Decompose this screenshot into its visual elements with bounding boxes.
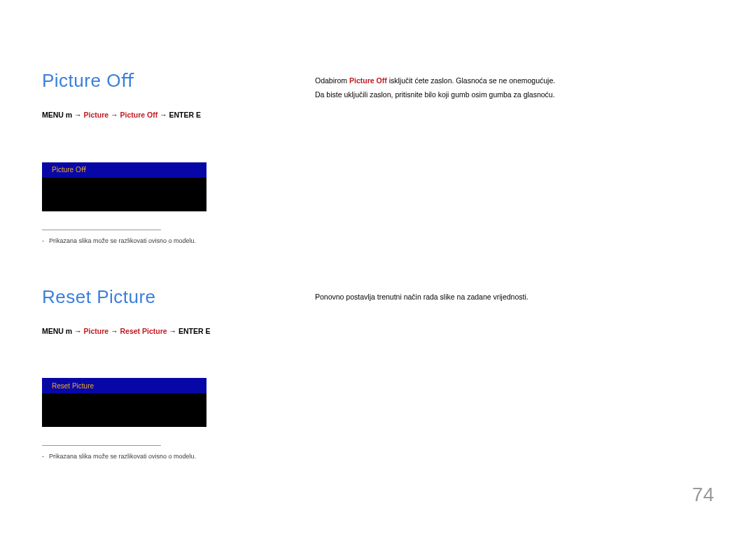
description-line-1: Odabirom Picture Off isključit ćete zasl…: [315, 74, 714, 88]
desc-red: Picture Off: [349, 76, 387, 85]
path-arrow: →: [160, 111, 167, 119]
path-menu-sym: m: [66, 327, 72, 335]
footnote-divider: [42, 445, 161, 446]
footnote-picture-off: Prikazana slika može se razlikovati ovis…: [42, 237, 252, 244]
path-menu-label: MENU: [42, 111, 64, 119]
footnote-divider: [42, 230, 161, 230]
description-reset: Ponovno postavlja trenutni način rada sl…: [315, 290, 714, 304]
path-picture: Picture: [84, 111, 109, 119]
path-arrow: →: [111, 327, 118, 335]
description-line-2: Da biste uključili zaslon, pritisnite bi…: [315, 88, 714, 102]
path-menu-sym: m: [66, 111, 72, 119]
path-enter-label: ENTER: [178, 327, 204, 335]
section-right: Ponovno postavlja trenutni način rada sl…: [315, 286, 714, 461]
path-item: Reset Picture: [120, 327, 167, 335]
path-enter-label: ENTER: [169, 111, 195, 119]
desc-text: isključit ćete zaslon. Glasnoća se ne on…: [387, 76, 555, 85]
heading-picture-off: Picture Oﬀ: [42, 70, 252, 92]
section-right: Odabirom Picture Off isključit ćete zasl…: [315, 70, 714, 244]
menu-bar-label: Reset Picture: [52, 382, 94, 390]
path-arrow: →: [74, 327, 82, 335]
section-reset-picture: Reset Picture MENU m → Picture → Reset P…: [42, 286, 714, 461]
menu-screenshot-picture-off: Picture Oﬀ: [42, 162, 206, 211]
page-number: 74: [692, 484, 714, 506]
section-left: Reset Picture MENU m → Picture → Reset P…: [42, 286, 252, 461]
menu-bar-label: Picture Oﬀ: [52, 166, 86, 174]
section-left: Picture Oﬀ MENU m → Picture → Picture Of…: [42, 70, 252, 244]
path-arrow: →: [169, 327, 177, 335]
path-arrow: →: [74, 111, 82, 119]
menu-bar: Reset Picture: [42, 378, 206, 393]
manual-page: Picture Oﬀ MENU m → Picture → Picture Of…: [0, 0, 756, 534]
menu-bar: Picture Oﬀ: [42, 162, 206, 178]
path-item: Picture Off: [120, 111, 158, 119]
menu-screenshot-reset-picture: Reset Picture: [42, 378, 206, 427]
section-picture-off: Picture Oﬀ MENU m → Picture → Picture Of…: [42, 70, 714, 244]
nav-path-reset-picture: MENU m → Picture → Reset Picture → ENTER…: [42, 326, 252, 337]
path-arrow: →: [111, 111, 118, 119]
desc-text: Odabirom: [315, 76, 349, 85]
path-picture: Picture: [84, 327, 109, 335]
footnote-reset-picture: Prikazana slika može se razlikovati ovis…: [42, 453, 252, 460]
path-enter-sym: E: [205, 327, 210, 335]
path-menu-label: MENU: [42, 327, 64, 335]
heading-reset-picture: Reset Picture: [42, 286, 252, 308]
nav-path-picture-off: MENU m → Picture → Picture Off → ENTER E: [42, 110, 252, 120]
path-enter-sym: E: [196, 111, 201, 119]
